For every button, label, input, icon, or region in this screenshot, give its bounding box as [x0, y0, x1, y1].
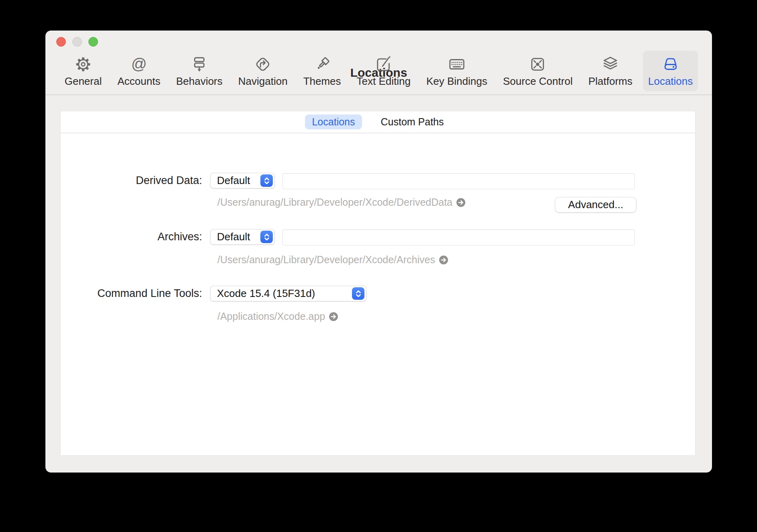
- keyboard-icon: [447, 54, 467, 75]
- toolbar-item-source-control[interactable]: Source Control: [498, 51, 578, 91]
- toolbar-label: General: [65, 75, 102, 88]
- hard-drive-icon: [661, 54, 681, 75]
- toolbar-item-navigation[interactable]: Navigation: [233, 51, 293, 91]
- arrow-circle-icon[interactable]: [329, 312, 338, 321]
- toolbar-item-text-editing[interactable]: Text Editing: [352, 51, 416, 91]
- pencil-square-icon: [374, 54, 394, 75]
- path-text: /Users/anurag/Library/Developer/Xcode/Ar…: [217, 254, 435, 266]
- command-line-tools-label: Command Line Tools:: [61, 286, 202, 301]
- toolbar-item-general[interactable]: General: [59, 51, 107, 91]
- subtab-bar: Locations Custom Paths: [61, 111, 695, 133]
- path-text: /Applications/Xcode.app: [217, 311, 325, 322]
- chevron-up-down-icon: [352, 287, 364, 300]
- archives-path-field[interactable]: [282, 229, 635, 246]
- source-control-icon: [528, 54, 548, 75]
- path-text: /Users/anurag/Library/Developer/Xcode/De…: [217, 196, 452, 208]
- window-chrome: Locations General: [45, 31, 712, 95]
- toolbar-label: Navigation: [238, 75, 288, 88]
- gear-icon: [73, 54, 93, 75]
- traffic-lights: [56, 37, 98, 47]
- locations-form: Derived Data: Default /Users/anurag/Libr…: [61, 134, 695, 456]
- toolbar-item-behaviors[interactable]: Behaviors: [171, 51, 228, 91]
- derived-data-label: Derived Data:: [61, 173, 202, 188]
- toolbar-label: Key Bindings: [426, 75, 487, 88]
- toolbar-label: Platforms: [588, 75, 632, 88]
- close-button[interactable]: [56, 37, 66, 47]
- tab-locations[interactable]: Locations: [305, 115, 362, 129]
- toolbar-item-themes[interactable]: Themes: [298, 51, 346, 91]
- derived-data-popup[interactable]: Default: [210, 173, 275, 188]
- toolbar-label: Source Control: [503, 75, 573, 88]
- settings-window: Locations General: [45, 31, 712, 473]
- toolbar-label: Accounts: [117, 75, 160, 88]
- paintbrush-icon: [312, 54, 332, 75]
- popup-value: Xcode 15.4 (15F31d): [217, 287, 315, 300]
- svg-text:@: @: [131, 55, 147, 72]
- toolbar-item-platforms[interactable]: Platforms: [583, 51, 638, 91]
- arrow-circle-icon[interactable]: [439, 255, 448, 265]
- archives-resolved-path: /Users/anurag/Library/Developer/Xcode/Ar…: [217, 254, 448, 266]
- zoom-button[interactable]: [88, 37, 98, 47]
- popup-value: Default: [217, 231, 250, 243]
- layers-icon: [600, 54, 620, 75]
- archives-popup[interactable]: Default: [210, 229, 275, 245]
- turn-right-sign-icon: [253, 54, 273, 75]
- at-sign-icon: @: [129, 54, 149, 75]
- toolbar-label: Themes: [303, 75, 341, 88]
- arrow-circle-icon[interactable]: [456, 198, 466, 207]
- minimize-button: [72, 37, 82, 47]
- settings-toolbar: General @ Accounts: [45, 51, 712, 91]
- toolbar-item-accounts[interactable]: @ Accounts: [112, 51, 166, 91]
- derived-data-resolved-path: /Users/anurag/Library/Developer/Xcode/De…: [217, 196, 466, 208]
- advanced-button[interactable]: Advanced...: [555, 197, 636, 213]
- toolbar-label: Text Editing: [357, 75, 411, 88]
- toolbar-item-locations[interactable]: Locations: [643, 51, 698, 91]
- popup-value: Default: [217, 174, 250, 187]
- tab-custom-paths[interactable]: Custom Paths: [374, 115, 451, 129]
- toolbar-label: Locations: [648, 75, 693, 88]
- locations-panel: Locations Custom Paths Derived Data: Def…: [60, 111, 696, 456]
- stacked-actions-icon: [189, 54, 209, 75]
- command-line-tools-resolved-path: /Applications/Xcode.app: [217, 311, 338, 322]
- archives-label: Archives:: [61, 229, 202, 245]
- command-line-tools-popup[interactable]: Xcode 15.4 (15F31d): [210, 286, 366, 301]
- chevron-up-down-icon: [260, 174, 273, 187]
- chevron-up-down-icon: [260, 231, 273, 243]
- derived-data-path-field[interactable]: [282, 173, 635, 189]
- toolbar-label: Behaviors: [176, 75, 223, 88]
- toolbar-item-key-bindings[interactable]: Key Bindings: [421, 51, 493, 91]
